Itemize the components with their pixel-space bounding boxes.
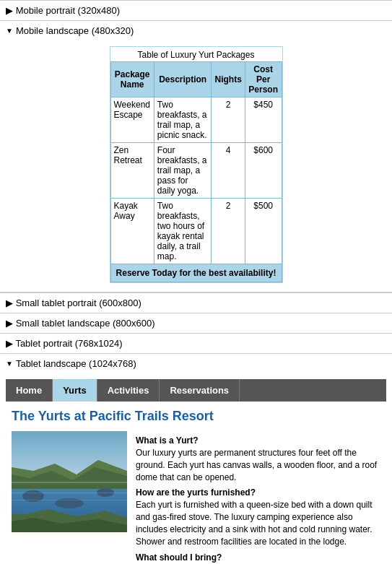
cell-cost: $600 (245, 143, 282, 199)
mobile-table-wrapper: Table of Luxury Yurt Packages Package Na… (110, 46, 283, 283)
table-row: Weekend Escape Two breakfasts, a trail m… (110, 97, 282, 143)
cell-name: Weekend Escape (110, 97, 154, 143)
cell-desc: Two breakfasts, a trail map, a picnic sn… (154, 97, 212, 143)
svg-rect-8 (12, 493, 127, 493)
mobile-portrait-section[interactable]: ▶ Mobile portrait (320x480) (0, 0, 392, 20)
tablet-portrait-label: Tablet portrait (768x1024) (15, 338, 122, 349)
mobile-reserve-row[interactable]: Reserve Today for the best availability! (110, 264, 282, 282)
cell-name: Kayak Away (110, 199, 154, 264)
faq-question: How are the yurts furnished? (136, 487, 380, 498)
tablet-landscape-header[interactable]: Tablet landscape (1024x768) (0, 353, 392, 373)
small-tablet-landscape-label: Small tablet landscape (800x600) (16, 318, 155, 329)
col-cost: Cost Per Person (245, 62, 282, 97)
nav-item-home[interactable]: Home (6, 379, 53, 402)
mobile-table-header-row: Package Name Description Nights Cost Per… (110, 62, 282, 97)
mobile-portrait-label: Mobile portrait (320x480) (16, 5, 121, 16)
col-nights: Nights (212, 62, 245, 97)
cell-nights: 2 (212, 199, 245, 264)
col-description: Description (154, 62, 212, 97)
cell-cost: $500 (245, 199, 282, 264)
faq-section: What is a Yurt?Our luxury yurts are perm… (136, 431, 380, 564)
table-row: Zen Retreat Four breakfasts, a trail map… (110, 143, 282, 199)
nav-item-yurts[interactable]: Yurts (53, 379, 97, 402)
mobile-landscape-section: Mobile landscape (480x320) Table of Luxu… (0, 20, 392, 292)
tablet-landscape-content: HomeYurtsActivitiesReservations The Yurt… (0, 373, 392, 564)
tablet-landscape-arrow (6, 360, 13, 368)
cell-cost: $450 (245, 97, 282, 143)
mobile-pkg-table: Package Name Description Nights Cost Per… (110, 61, 282, 264)
nav-item-activities[interactable]: Activities (97, 379, 160, 402)
mobile-landscape-label: Mobile landscape (480x320) (16, 25, 134, 36)
cell-desc: Two breakfasts, two hours of kayak renta… (154, 199, 212, 264)
faq-answer: Each yurt is furnished with a queen-size… (136, 499, 380, 547)
col-package-name: Package Name (110, 62, 154, 97)
page-title: The Yurts at Pacific Trails Resort (12, 409, 380, 424)
svg-rect-9 (12, 500, 127, 500)
content-row: What is a Yurt?Our luxury yurts are perm… (12, 431, 380, 564)
faq-answer: Our luxury yurts are permanent structure… (136, 447, 380, 483)
faq-question: What should I bring? (136, 552, 380, 563)
faq-question: What is a Yurt? (136, 435, 380, 446)
mobile-table-title: Table of Luxury Yurt Packages (110, 47, 282, 61)
mobile-landscape-content: Table of Luxury Yurt Packages Package Na… (0, 40, 392, 292)
svg-rect-7 (12, 482, 127, 483)
tablet-landscape-label: Tablet landscape (1024x768) (16, 358, 136, 369)
mobile-landscape-arrow (6, 27, 13, 35)
nav-bar: HomeYurtsActivitiesReservations (6, 379, 386, 402)
mobile-portrait-arrow: ▶ (6, 5, 16, 16)
cell-nights: 4 (212, 143, 245, 199)
cell-name: Zen Retreat (110, 143, 154, 199)
main-content: The Yurts at Pacific Trails Resort (0, 402, 392, 564)
small-tablet-landscape-section[interactable]: ▶ Small tablet landscape (800x600) (0, 313, 392, 333)
small-tablet-portrait-section[interactable]: ▶ Small tablet portrait (600x800) (0, 292, 392, 313)
cell-desc: Four breakfasts, a trail map, a pass for… (154, 143, 212, 199)
tablet-portrait-arrow: ▶ (6, 338, 15, 349)
small-tablet-landscape-arrow: ▶ (6, 318, 16, 329)
nav-item-reservations[interactable]: Reservations (160, 379, 240, 402)
mobile-landscape-header[interactable]: Mobile landscape (480x320) (0, 20, 392, 40)
tablet-landscape-section: Tablet landscape (1024x768) HomeYurtsAct… (0, 353, 392, 564)
cell-nights: 2 (212, 97, 245, 143)
tablet-portrait-section[interactable]: ▶ Tablet portrait (768x1024) (0, 333, 392, 353)
table-row: Kayak Away Two breakfasts, two hours of … (110, 199, 282, 264)
small-tablet-portrait-arrow: ▶ (6, 298, 16, 308)
coastal-image (12, 431, 127, 532)
small-tablet-portrait-label: Small tablet portrait (600x800) (16, 298, 141, 308)
